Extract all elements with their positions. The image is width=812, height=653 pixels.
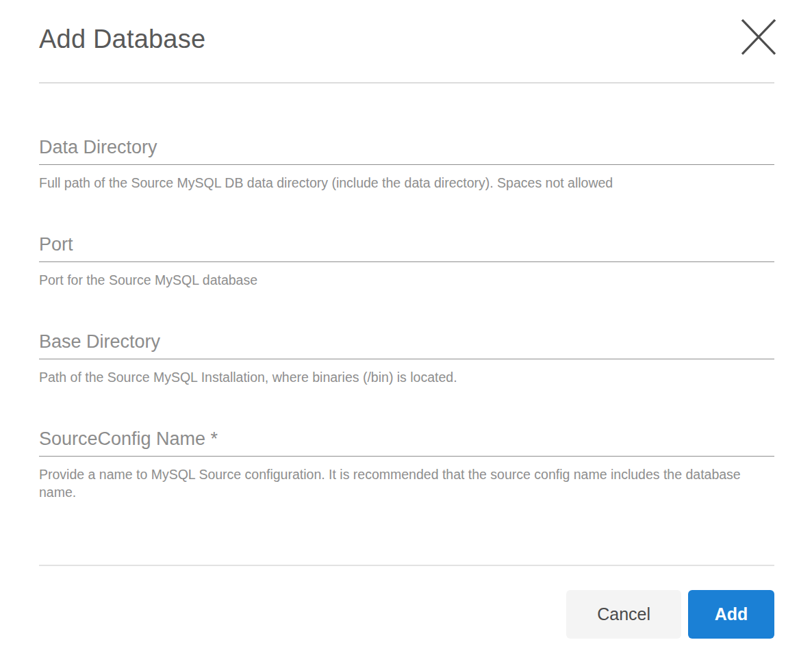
cancel-button[interactable]: Cancel [566, 590, 681, 639]
field-group-base-directory: Path of the Source MySQL Installation, w… [39, 329, 774, 386]
form-area: Full path of the Source MySQL DB data di… [0, 84, 812, 501]
close-button[interactable] [741, 19, 776, 55]
dialog-title: Add Database [39, 22, 205, 56]
sourceconfig-name-input[interactable] [39, 426, 774, 457]
add-database-dialog: Add Database Full path of the Source MyS… [0, 0, 812, 653]
field-group-data-directory: Full path of the Source MySQL DB data di… [39, 134, 774, 192]
port-helper-text: Port for the Source MySQL database [39, 271, 751, 289]
data-directory-input[interactable] [39, 134, 774, 165]
add-button[interactable]: Add [688, 590, 774, 639]
sourceconfig-name-helper-text: Provide a name to MySQL Source configura… [39, 465, 751, 501]
dialog-header: Add Database [0, 0, 812, 56]
field-group-sourceconfig-name: Provide a name to MySQL Source configura… [39, 426, 774, 501]
data-directory-helper-text: Full path of the Source MySQL DB data di… [39, 174, 751, 192]
base-directory-input[interactable] [39, 329, 774, 359]
base-directory-helper-text: Path of the Source MySQL Installation, w… [39, 368, 751, 386]
field-group-port: Port for the Source MySQL database [39, 231, 774, 289]
close-icon [741, 19, 776, 55]
dialog-footer: Cancel Add [0, 566, 812, 639]
port-input[interactable] [39, 231, 774, 262]
